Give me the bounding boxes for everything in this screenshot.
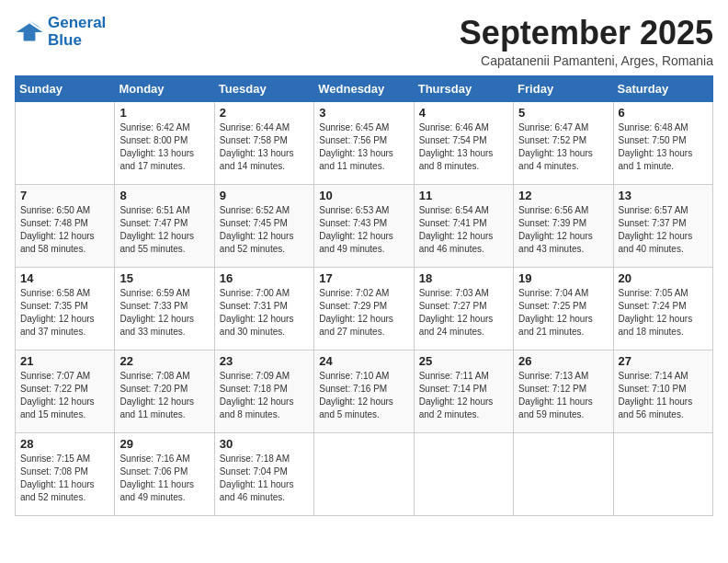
day-number: 15 [119,271,209,285]
day-number: 22 [119,354,209,368]
col-header-tuesday: Tuesday [214,75,313,101]
calendar-cell: 16Sunrise: 7:00 AMSunset: 7:31 PMDayligh… [214,267,313,350]
day-info: Sunrise: 6:44 AMSunset: 7:58 PMDaylight:… [220,121,309,173]
calendar-cell [414,432,513,515]
day-number: 10 [319,189,408,202]
calendar-week-1: 1Sunrise: 6:42 AMSunset: 8:00 PMDaylight… [16,101,713,184]
calendar-header-row: SundayMondayTuesdayWednesdayThursdayFrid… [16,75,713,101]
day-info: Sunrise: 7:03 AMSunset: 7:27 PMDaylight:… [419,287,508,339]
calendar-table: SundayMondayTuesdayWednesdayThursdayFrid… [15,75,713,516]
day-number: 3 [319,106,408,120]
day-number: 5 [518,106,608,120]
day-info: Sunrise: 7:11 AMSunset: 7:14 PMDaylight:… [419,370,508,421]
location-subtitle: Capatanenii Pamanteni, Arges, Romania [460,53,713,68]
day-info: Sunrise: 7:04 AMSunset: 7:25 PMDaylight:… [518,287,608,339]
calendar-cell: 26Sunrise: 7:13 AMSunset: 7:12 PMDayligh… [514,350,613,432]
calendar-cell: 5Sunrise: 6:47 AMSunset: 7:52 PMDaylight… [514,101,613,184]
day-number: 12 [518,189,608,202]
day-number: 25 [419,354,508,368]
col-header-saturday: Saturday [613,75,712,101]
day-number: 28 [20,437,109,451]
calendar-cell [613,432,712,515]
month-title: September 2025 [460,15,713,52]
day-info: Sunrise: 6:59 AMSunset: 7:33 PMDaylight:… [119,287,209,339]
day-number: 27 [619,354,708,368]
day-info: Sunrise: 6:48 AMSunset: 7:50 PMDaylight:… [619,121,708,173]
calendar-cell: 30Sunrise: 7:18 AMSunset: 7:04 PMDayligh… [214,432,313,515]
day-info: Sunrise: 7:07 AMSunset: 7:22 PMDaylight:… [20,370,109,421]
calendar-cell: 11Sunrise: 6:54 AMSunset: 7:41 PMDayligh… [414,184,513,267]
calendar-cell: 18Sunrise: 7:03 AMSunset: 7:27 PMDayligh… [414,267,513,350]
day-number: 19 [518,271,608,285]
col-header-monday: Monday [115,75,214,101]
calendar-cell: 1Sunrise: 6:42 AMSunset: 8:00 PMDaylight… [115,101,214,184]
day-info: Sunrise: 7:08 AMSunset: 7:20 PMDaylight:… [119,370,209,421]
day-number: 24 [319,354,408,368]
day-number: 4 [419,106,508,120]
day-number: 7 [20,189,109,202]
day-info: Sunrise: 6:56 AMSunset: 7:39 PMDaylight:… [518,204,608,256]
logo: General Blue [15,15,106,49]
calendar-cell: 2Sunrise: 6:44 AMSunset: 7:58 PMDaylight… [214,101,313,184]
day-number: 9 [220,189,309,202]
calendar-cell: 19Sunrise: 7:04 AMSunset: 7:25 PMDayligh… [514,267,613,350]
calendar-cell: 13Sunrise: 6:57 AMSunset: 7:37 PMDayligh… [613,184,712,267]
calendar-cell [514,432,613,515]
col-header-friday: Friday [514,75,613,101]
calendar-cell: 17Sunrise: 7:02 AMSunset: 7:29 PMDayligh… [314,267,414,350]
calendar-cell: 24Sunrise: 7:10 AMSunset: 7:16 PMDayligh… [314,350,414,432]
day-info: Sunrise: 7:15 AMSunset: 7:08 PMDaylight:… [20,453,109,504]
day-number: 26 [518,354,608,368]
day-info: Sunrise: 7:02 AMSunset: 7:29 PMDaylight:… [319,287,408,339]
day-info: Sunrise: 6:54 AMSunset: 7:41 PMDaylight:… [419,204,508,256]
day-info: Sunrise: 6:46 AMSunset: 7:54 PMDaylight:… [419,121,508,173]
calendar-cell: 29Sunrise: 7:16 AMSunset: 7:06 PMDayligh… [115,432,214,515]
day-info: Sunrise: 6:42 AMSunset: 8:00 PMDaylight:… [119,121,209,173]
day-info: Sunrise: 7:16 AMSunset: 7:06 PMDaylight:… [119,453,209,504]
calendar-cell: 7Sunrise: 6:50 AMSunset: 7:48 PMDaylight… [16,184,115,267]
calendar-cell: 20Sunrise: 7:05 AMSunset: 7:24 PMDayligh… [613,267,712,350]
day-info: Sunrise: 6:58 AMSunset: 7:35 PMDaylight:… [20,287,109,339]
col-header-sunday: Sunday [16,75,115,101]
calendar-cell: 4Sunrise: 6:46 AMSunset: 7:54 PMDaylight… [414,101,513,184]
day-info: Sunrise: 7:13 AMSunset: 7:12 PMDaylight:… [518,370,608,421]
day-info: Sunrise: 6:52 AMSunset: 7:45 PMDaylight:… [220,204,309,256]
day-number: 30 [220,437,309,451]
day-number: 20 [619,271,708,285]
page-header: General Blue September 2025 Capatanenii … [15,15,713,68]
calendar-cell [314,432,414,515]
calendar-cell [16,101,115,184]
day-number: 2 [220,106,309,120]
col-header-thursday: Thursday [414,75,513,101]
day-number: 1 [119,106,209,120]
calendar-cell: 10Sunrise: 6:53 AMSunset: 7:43 PMDayligh… [314,184,414,267]
day-info: Sunrise: 6:57 AMSunset: 7:37 PMDaylight:… [619,204,708,256]
svg-marker-0 [17,23,43,40]
day-number: 8 [119,189,209,202]
day-number: 14 [20,271,109,285]
calendar-cell: 6Sunrise: 6:48 AMSunset: 7:50 PMDaylight… [613,101,712,184]
day-number: 13 [619,189,708,202]
calendar-week-2: 7Sunrise: 6:50 AMSunset: 7:48 PMDaylight… [16,184,713,267]
calendar-cell: 14Sunrise: 6:58 AMSunset: 7:35 PMDayligh… [16,267,115,350]
day-info: Sunrise: 7:09 AMSunset: 7:18 PMDaylight:… [220,370,309,421]
day-info: Sunrise: 6:51 AMSunset: 7:47 PMDaylight:… [119,204,209,256]
logo-text: General Blue [48,15,106,49]
calendar-week-4: 21Sunrise: 7:07 AMSunset: 7:22 PMDayligh… [16,350,713,432]
calendar-cell: 27Sunrise: 7:14 AMSunset: 7:10 PMDayligh… [613,350,712,432]
calendar-cell: 3Sunrise: 6:45 AMSunset: 7:56 PMDaylight… [314,101,414,184]
day-info: Sunrise: 7:14 AMSunset: 7:10 PMDaylight:… [619,370,708,421]
calendar-cell: 25Sunrise: 7:11 AMSunset: 7:14 PMDayligh… [414,350,513,432]
day-info: Sunrise: 6:45 AMSunset: 7:56 PMDaylight:… [319,121,408,173]
day-info: Sunrise: 6:47 AMSunset: 7:52 PMDaylight:… [518,121,608,173]
day-number: 21 [20,354,109,368]
logo-icon [15,17,44,47]
calendar-cell: 28Sunrise: 7:15 AMSunset: 7:08 PMDayligh… [16,432,115,515]
day-info: Sunrise: 7:00 AMSunset: 7:31 PMDaylight:… [220,287,309,339]
calendar-cell: 22Sunrise: 7:08 AMSunset: 7:20 PMDayligh… [115,350,214,432]
calendar-cell: 8Sunrise: 6:51 AMSunset: 7:47 PMDaylight… [115,184,214,267]
calendar-cell: 21Sunrise: 7:07 AMSunset: 7:22 PMDayligh… [16,350,115,432]
day-number: 16 [220,271,309,285]
day-number: 18 [419,271,508,285]
day-number: 29 [119,437,209,451]
